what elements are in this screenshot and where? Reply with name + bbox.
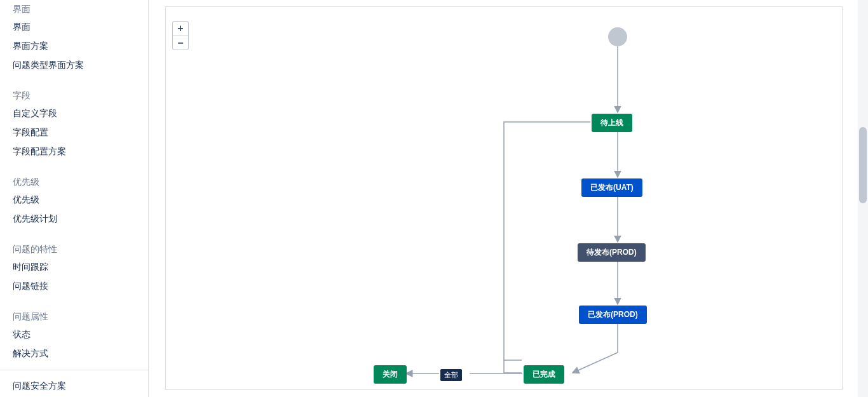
sidebar-item-issuetype-screen-schemes[interactable]: 问题类型界面方案 bbox=[13, 56, 148, 75]
workflow-node-released-uat[interactable]: 已发布(UAT) bbox=[581, 178, 642, 197]
node-label: 已完成 bbox=[532, 370, 555, 379]
workflow-node-released-prod[interactable]: 已发布(PROD) bbox=[579, 306, 647, 324]
zoom-in-button[interactable]: + bbox=[173, 22, 188, 36]
workflow-node-pending-online[interactable]: 待上线 bbox=[592, 114, 632, 132]
workflow-node-done[interactable]: 已完成 bbox=[524, 365, 564, 384]
sidebar-group-title-screens: 界面 bbox=[13, 0, 148, 18]
sidebar-group-title-issue-attrs: 问题属性 bbox=[13, 307, 148, 325]
sidebar-item-priorities[interactable]: 优先级 bbox=[13, 191, 148, 210]
node-label: 关闭 bbox=[383, 370, 398, 379]
sidebar-group-title-priority: 优先级 bbox=[13, 173, 148, 191]
node-label: 已发布(UAT) bbox=[590, 183, 634, 192]
sidebar-item-issue-linking[interactable]: 问题链接 bbox=[13, 277, 148, 296]
sidebar-item-resolutions[interactable]: 解决方式 bbox=[13, 344, 148, 363]
sidebar: 界面 界面 界面方案 问题类型界面方案 字段 自定义字段 字段配置 字段配置方案… bbox=[0, 0, 149, 397]
tag-label: 全部 bbox=[444, 371, 458, 379]
sidebar-divider bbox=[0, 370, 148, 370]
sidebar-item-priority-schemes[interactable]: 优先级计划 bbox=[13, 210, 148, 229]
workflow-node-pending-prod[interactable]: 待发布(PROD) bbox=[578, 243, 646, 262]
sidebar-group-title-issue-features: 问题的特性 bbox=[13, 240, 148, 258]
workflow-transition-all[interactable]: 全部 bbox=[440, 369, 462, 381]
zoom-out-button[interactable]: − bbox=[173, 36, 188, 50]
sidebar-item-field-config-schemes[interactable]: 字段配置方案 bbox=[13, 142, 148, 161]
node-label: 已发布(PROD) bbox=[588, 310, 638, 319]
node-label: 待上线 bbox=[600, 118, 623, 127]
zoom-controls: + − bbox=[172, 21, 189, 50]
page-scrollbar-track[interactable] bbox=[858, 0, 868, 397]
sidebar-item-time-tracking[interactable]: 时间跟踪 bbox=[13, 258, 148, 277]
sidebar-item-screen-schemes[interactable]: 界面方案 bbox=[13, 37, 148, 56]
workflow-svg bbox=[166, 7, 843, 391]
workflow-start-node[interactable] bbox=[608, 27, 627, 46]
workflow-node-closed[interactable]: 关闭 bbox=[374, 365, 407, 384]
page-scrollbar-thumb[interactable] bbox=[859, 127, 867, 203]
node-label: 待发布(PROD) bbox=[587, 248, 637, 257]
sidebar-item-issue-security-schemes[interactable]: 问题安全方案 bbox=[13, 377, 148, 396]
sidebar-group-title-fields: 字段 bbox=[13, 86, 148, 104]
main-area: + − bbox=[149, 0, 851, 397]
sidebar-item-statuses[interactable]: 状态 bbox=[13, 325, 148, 344]
sidebar-item-field-config[interactable]: 字段配置 bbox=[13, 123, 148, 142]
sidebar-item-screens[interactable]: 界面 bbox=[13, 18, 148, 37]
sidebar-item-custom-fields[interactable]: 自定义字段 bbox=[13, 104, 148, 123]
workflow-canvas[interactable]: + − bbox=[165, 6, 843, 390]
